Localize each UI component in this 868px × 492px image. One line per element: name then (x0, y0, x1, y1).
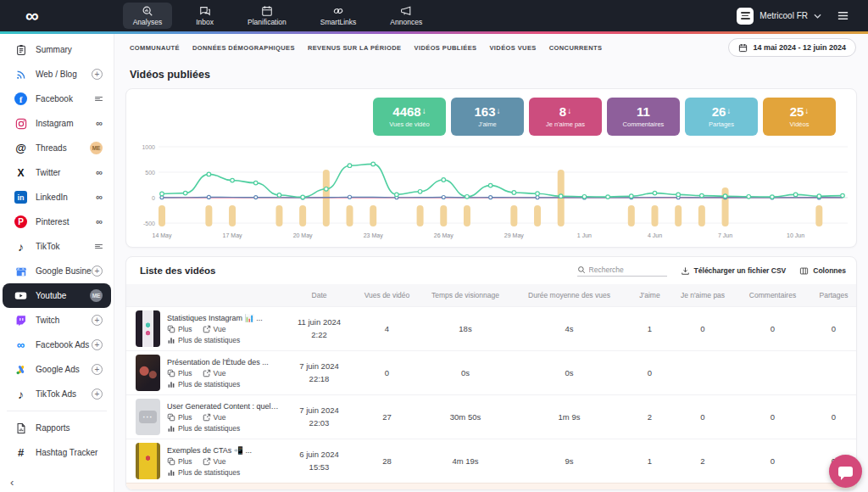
more-button[interactable]: Plus (167, 369, 192, 377)
column-header[interactable]: Commentaires (732, 291, 813, 299)
chat-launcher-button[interactable] (829, 455, 862, 488)
more-button[interactable]: Plus (167, 457, 192, 466)
sidebar-item-tiktok-ads[interactable]: ♪TikTok Ads+ (3, 382, 111, 406)
view-button[interactable]: Vue (203, 325, 226, 333)
more-stats-button[interactable]: Plus de statistiques (167, 336, 240, 344)
meta-icon: ∞ (14, 338, 28, 352)
sidebar-item-google-business[interactable]: Google Business ...+ (3, 259, 111, 283)
tab-donn-es-d-mographiques[interactable]: DONNÉES DÉMOGRAPHIQUES (192, 44, 295, 52)
metricool-logo[interactable]: ∞ (25, 7, 38, 25)
tab-vid-os-vues[interactable]: VIDÉOS VUES (489, 44, 536, 52)
infinity-badge: ∞ (96, 217, 103, 226)
video-thumbnail[interactable] (136, 355, 160, 391)
video-title[interactable]: Exemples de CTAs 📲 ... (167, 446, 252, 455)
stat-card-j-aime[interactable]: 163↓J'aime (451, 98, 524, 136)
column-header[interactable]: Temps de visionnage (419, 291, 512, 299)
add-connection-button[interactable]: + (92, 315, 103, 326)
linkedin-icon: in (14, 190, 28, 204)
search-input[interactable] (589, 266, 667, 274)
column-header[interactable]: Date (283, 291, 355, 299)
cell-comments: 0 (732, 456, 813, 466)
tab-revenus-sur-la-p-riode[interactable]: REVENUS SUR LA PÉRIODE (308, 44, 402, 52)
sidebar-item-twitch[interactable]: Twitch+ (3, 308, 111, 333)
table-row[interactable]: Statistiques Instagram 📊 ... Plus Vue Pl… (126, 306, 856, 350)
video-title[interactable]: Présentation de l'Étude des ... (167, 358, 269, 366)
more-button[interactable]: Plus (167, 325, 192, 333)
stat-card-commentaires[interactable]: 11Commentaires (607, 98, 680, 136)
cell-watch-time: 0s (419, 368, 512, 377)
stat-card-partages[interactable]: 26↓Partages (685, 98, 758, 136)
add-connection-button[interactable]: + (92, 339, 103, 350)
sidebar-item-facebook-ads[interactable]: ∞Facebook Ads+ (3, 333, 111, 357)
column-header[interactable]: Je n'aime pas (673, 291, 732, 299)
nav-item-annonces[interactable]: Annonces (380, 3, 432, 29)
nav-item-analyses[interactable]: Analyses (123, 3, 173, 29)
sidebar-item-threads[interactable]: @ThreadsME (3, 136, 111, 160)
nav-item-inbox[interactable]: Inbox (186, 3, 224, 29)
date-range-button[interactable]: 14 mai 2024 - 12 juin 2024 (728, 38, 856, 57)
sidebar-item-web-blog[interactable]: Web / Blog+ (3, 62, 111, 87)
stat-card-label: Je n'aime pas (546, 120, 585, 128)
view-button[interactable]: Vue (203, 457, 226, 466)
sidebar-item-tiktok[interactable]: ♪TikTok (3, 234, 111, 259)
sidebar-item-label: Twitter (36, 168, 96, 177)
sidebar-item-label: Facebook (36, 94, 95, 103)
add-connection-button[interactable]: + (92, 266, 103, 277)
view-button[interactable]: Vue (203, 413, 226, 422)
download-csv-button[interactable]: Télécharger un fichier CSV (681, 266, 787, 276)
video-thumbnail[interactable] (136, 399, 160, 435)
column-header[interactable]: Durée moyenne des vues (512, 291, 626, 299)
sidebar-item-summary[interactable]: Summary (3, 37, 111, 62)
tab-vid-os-publi-es[interactable]: VIDÉOS PUBLIÉES (415, 44, 477, 52)
sidebar-item-facebook[interactable]: fFacebook (3, 87, 111, 111)
sidebar-item-pinterest[interactable]: PPinterest∞ (3, 210, 111, 234)
sidebar-item-youtube[interactable]: YoutubeME (3, 283, 111, 308)
more-stats-button[interactable]: Plus de statistiques (167, 380, 240, 389)
more-button[interactable]: Plus (167, 413, 192, 422)
view-button[interactable]: Vue (203, 369, 226, 377)
sidebar-item-twitter[interactable]: XTwitter∞ (3, 160, 111, 185)
video-thumbnail[interactable] (136, 443, 160, 479)
more-stats-button[interactable]: Plus de statistiques (167, 424, 240, 433)
cell-comments: 0 (732, 324, 813, 333)
sidebar-item-hashtag-tracker[interactable]: #Hashtag Tracker (3, 440, 111, 465)
table-row[interactable]: Présentation de l'Étude des ... Plus Vue… (126, 350, 856, 394)
search-field[interactable] (577, 266, 667, 277)
cell-date: 7 juin 202422:18 (283, 361, 355, 385)
sidebar-item-label: Google Business ... (36, 266, 92, 276)
stat-card-vid-os[interactable]: 25↓Vidéos (763, 98, 836, 136)
nav-item-smartlinks[interactable]: SmartLinks (310, 3, 367, 29)
column-header[interactable]: Vues de vidéo (355, 291, 419, 299)
stat-card-vues-de-vid-o[interactable]: 4468↓Vues de vidéo (373, 98, 446, 136)
sidebar-item-label: Hashtag Tracker (36, 448, 103, 457)
add-connection-button[interactable]: + (92, 389, 103, 400)
nav-item-planification[interactable]: Planification (237, 3, 297, 29)
table-row[interactable]: Exemples de CTAs 📲 ... Plus Vue Plus de … (126, 439, 856, 483)
sidebar-item-instagram[interactable]: Instagram∞ (3, 111, 111, 136)
sidebar-item-linkedin[interactable]: inLinkedIn∞ (3, 185, 111, 210)
table-row-partial[interactable] (126, 483, 856, 490)
sidebar-item-rapports[interactable]: Rapports (3, 416, 111, 440)
stat-card-je-n-aime-pas[interactable]: 8↓Je n'aime pas (529, 98, 602, 136)
sidebar-collapse-button[interactable]: ‹ (10, 476, 14, 489)
video-title[interactable]: Statistiques Instagram 📊 ... (167, 314, 263, 322)
analytics-search-icon (142, 5, 153, 17)
video-thumbnail[interactable] (136, 310, 160, 347)
tab-communaut-[interactable]: COMMUNAUTÉ (130, 44, 180, 52)
account-menu[interactable]: Metricool FR (737, 8, 821, 25)
report-icon (14, 421, 28, 435)
tab-concurrents[interactable]: CONCURRENTS (549, 44, 603, 52)
add-connection-button[interactable]: + (92, 69, 103, 80)
twitter-x-icon: X (14, 165, 28, 180)
account-name: Metricool FR (760, 11, 808, 20)
video-title[interactable]: User Generated Content : quels... (167, 402, 279, 411)
sidebar-item-google-ads[interactable]: Google Ads+ (3, 357, 111, 382)
hamburger-menu-icon[interactable] (837, 9, 849, 22)
column-header[interactable]: J'aime (626, 291, 673, 299)
table-row[interactable]: User Generated Content : quels... Plus V… (126, 394, 856, 439)
more-stats-button[interactable]: Plus de statistiques (167, 468, 240, 477)
columns-button[interactable]: Colonnes (799, 266, 846, 276)
add-connection-button[interactable]: + (92, 364, 103, 375)
cell-dislikes: 0 (673, 324, 732, 333)
column-header[interactable]: Partages (813, 291, 854, 299)
